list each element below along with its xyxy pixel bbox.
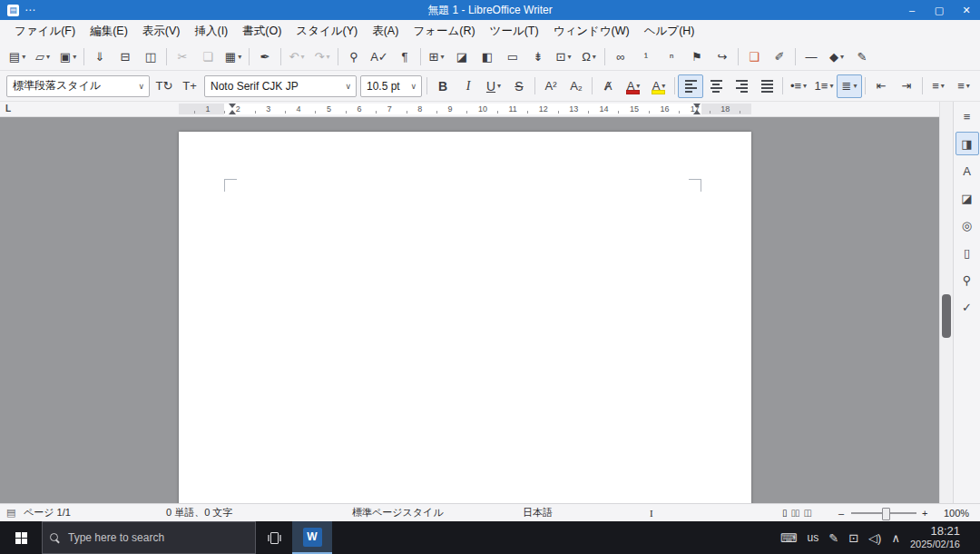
status-word-count[interactable]: 0 単語、0 文字: [166, 504, 232, 521]
vertical-scrollbar[interactable]: [939, 102, 953, 503]
insert-bookmark-button[interactable]: ⚑: [684, 45, 710, 68]
keyboard-icon[interactable]: ⌨: [780, 531, 798, 545]
insert-page-break-button[interactable]: ⇟: [525, 45, 551, 68]
document-page[interactable]: [179, 132, 751, 503]
unordered-list-dropdown-icon[interactable]: ▾: [803, 82, 807, 90]
open-file-dropdown-icon[interactable]: ▾: [46, 53, 50, 61]
status-page-style[interactable]: 標準ページスタイル: [352, 504, 444, 521]
status-language[interactable]: 日本語: [523, 504, 553, 521]
insert-field-button[interactable]: ⊡▾: [551, 45, 576, 68]
insert-footnote-button[interactable]: ¹: [633, 45, 659, 68]
zoom-slider[interactable]: [851, 504, 916, 521]
menu-item-9[interactable]: ウィンドウ(W): [546, 21, 637, 42]
new-document-dropdown-icon[interactable]: ▾: [22, 53, 25, 61]
copy-button[interactable]: ❏: [195, 45, 220, 68]
insert-line-button[interactable]: —: [799, 45, 824, 68]
maximize-button[interactable]: ▢: [926, 0, 953, 20]
outline-list-button[interactable]: ≣▾: [837, 74, 862, 98]
zoom-slider-thumb[interactable]: [882, 508, 890, 520]
hidden-icons-chevron[interactable]: ∧: [891, 531, 900, 545]
new-document-button[interactable]: ▤▾: [5, 45, 30, 68]
open-file-button[interactable]: ▱▾: [30, 45, 55, 68]
underline-button[interactable]: U▾: [481, 74, 506, 98]
save-dropdown-icon[interactable]: ▾: [73, 53, 76, 61]
redo-button[interactable]: ↷▾: [309, 45, 335, 68]
font-size-dropdown-icon[interactable]: ∨: [407, 82, 419, 91]
sidebar-sidebar-settings-button[interactable]: ≡: [956, 104, 979, 128]
insert-comment-button[interactable]: ❑: [741, 45, 767, 68]
status-page-number[interactable]: ページ 1/1: [24, 504, 71, 521]
paragraph-style-dropdown-icon[interactable]: ∨: [135, 82, 147, 91]
font-color-button[interactable]: A▾: [621, 74, 646, 98]
zoom-slider-track[interactable]: [851, 512, 916, 514]
book-view-button[interactable]: ◫: [804, 508, 811, 518]
menu-item-3[interactable]: 挿入(I): [187, 21, 235, 42]
insert-image-button[interactable]: ◪: [449, 45, 475, 68]
sidebar-accessibility-check-button[interactable]: ✓: [956, 295, 979, 319]
menu-item-0[interactable]: ファイル(F): [7, 21, 83, 42]
zoom-in-button[interactable]: +: [922, 504, 927, 521]
paste-dropdown-icon[interactable]: ▾: [238, 53, 241, 61]
volume-icon[interactable]: ◁): [868, 531, 881, 545]
sidebar-styles-button[interactable]: A: [956, 159, 979, 183]
superscript-button[interactable]: A²: [538, 74, 564, 98]
menu-item-7[interactable]: フォーム(R): [406, 21, 482, 42]
find-replace-button[interactable]: ⚲: [341, 45, 367, 68]
menu-item-6[interactable]: 表(A): [365, 21, 406, 42]
insert-hyperlink-button[interactable]: ∞: [608, 45, 633, 68]
start-button[interactable]: [0, 521, 42, 554]
unordered-list-button[interactable]: •≡▾: [786, 74, 811, 98]
zoom-percentage[interactable]: 100%: [944, 504, 969, 521]
menu-item-10[interactable]: ヘルプ(H): [637, 21, 702, 42]
new-style-button[interactable]: T+: [177, 74, 202, 98]
update-style-button[interactable]: T↻: [152, 74, 177, 98]
insert-table-button[interactable]: ⊞▾: [424, 45, 449, 68]
underline-dropdown-icon[interactable]: ▾: [497, 82, 501, 90]
horizontal-ruler[interactable]: L 123456789101112131415161718: [0, 102, 939, 117]
paste-button[interactable]: ▦▾: [220, 45, 246, 68]
menu-item-1[interactable]: 編集(E): [83, 21, 135, 42]
paragraph-style-combobox[interactable]: 標準段落スタイル∨: [6, 75, 150, 97]
print-button[interactable]: ⊟: [113, 45, 138, 68]
single-page-view-button[interactable]: ▯: [782, 508, 787, 518]
menu-item-8[interactable]: ツール(T): [483, 21, 546, 42]
sidebar-gallery-button[interactable]: ◪: [956, 186, 979, 210]
clear-formatting-button[interactable]: Ⱥ: [595, 74, 621, 98]
clone-formatting-button[interactable]: ✒: [252, 45, 278, 68]
spelling-button[interactable]: A✓: [367, 45, 392, 68]
insert-field-dropdown-icon[interactable]: ▾: [567, 53, 571, 61]
cut-button[interactable]: ✂: [170, 45, 195, 68]
zoom-out-button[interactable]: –: [838, 504, 844, 521]
menu-item-5[interactable]: スタイル(Y): [289, 21, 365, 42]
network-icon[interactable]: ⊡: [848, 531, 858, 545]
basic-shapes-dropdown-icon[interactable]: ▾: [840, 53, 844, 61]
input-language[interactable]: us: [808, 531, 819, 544]
line-spacing-dropdown-icon[interactable]: ▾: [941, 82, 945, 90]
font-size-combobox[interactable]: 10.5 pt∨: [360, 75, 422, 97]
align-right-button[interactable]: [729, 74, 754, 98]
basic-shapes-button[interactable]: ◆▾: [824, 45, 849, 68]
menu-item-2[interactable]: 表示(V): [135, 21, 188, 42]
increase-indent-button[interactable]: ⇥: [894, 74, 919, 98]
highlight-color-button[interactable]: A▾: [646, 74, 671, 98]
taskbar-search-input[interactable]: Type here to search: [42, 521, 256, 554]
insert-table-dropdown-icon[interactable]: ▾: [440, 53, 444, 61]
undo-dropdown-icon[interactable]: ▾: [300, 53, 304, 61]
show-draw-functions-button[interactable]: ✎: [849, 45, 875, 68]
toolbar-overflow-button[interactable]: »: [976, 74, 980, 98]
undo-button[interactable]: ↶▾: [284, 45, 309, 68]
ime-pen-icon[interactable]: ✎: [828, 531, 838, 545]
sidebar-properties-button[interactable]: ◨: [956, 132, 979, 155]
font-name-combobox[interactable]: Noto Serif CJK JP∨: [204, 75, 357, 97]
bold-button[interactable]: B: [430, 74, 456, 98]
ordered-list-button[interactable]: 1≡▾: [811, 74, 837, 98]
close-button[interactable]: ✕: [953, 0, 980, 20]
multi-page-view-button[interactable]: ▯▯: [791, 508, 799, 518]
save-button[interactable]: ▣▾: [55, 45, 81, 68]
strikethrough-button[interactable]: S: [506, 74, 532, 98]
align-center-button[interactable]: [703, 74, 729, 98]
paragraph-spacing-dropdown-icon[interactable]: ▾: [966, 82, 970, 90]
formatting-marks-button[interactable]: ¶: [392, 45, 417, 68]
taskbar-writer-app-button[interactable]: W: [292, 521, 332, 554]
insert-textbox-button[interactable]: ▭: [500, 45, 525, 68]
